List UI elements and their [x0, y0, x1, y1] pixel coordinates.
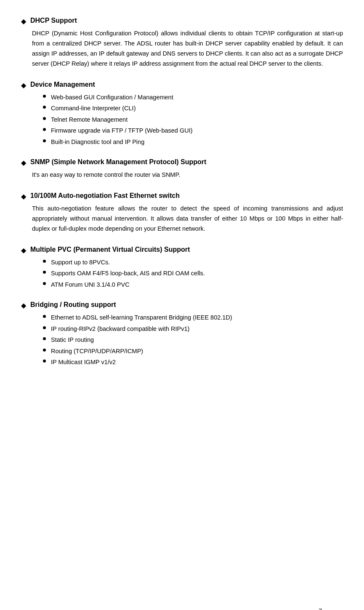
bullet-dot-icon [43, 117, 46, 120]
list-item: Web-based GUI Configuration / Management [43, 93, 343, 102]
list-item: ATM Forum UNI 3.1/4.0 PVC [43, 280, 343, 289]
page-wrapper: ◆ DHCP Support DHCP (Dynamic Host Config… [21, 17, 343, 610]
list-item: Supports OAM F4/F5 loop-back, AIS and RD… [43, 269, 343, 278]
list-item-text: Firmware upgrade via FTP / TFTP (Web-bas… [51, 126, 193, 135]
list-item-text: Command-line Interpreter (CLI) [51, 104, 136, 113]
section-device-management-title: Device Management [30, 81, 95, 88]
bullet-dot-icon [43, 337, 46, 340]
list-item-text: Supports OAM F4/F5 loop-back, AIS and RD… [51, 269, 205, 278]
section-ethernet-header: ◆ 10/100M Auto-negotiation Fast Ethernet… [21, 192, 343, 200]
section-snmp-title: SNMP (Simple Network Management Protocol… [30, 158, 206, 166]
diamond-icon-dhcp: ◆ [21, 17, 26, 25]
bullet-dot-icon [43, 349, 46, 352]
list-item: IP Multicast IGMP v1/v2 [43, 357, 343, 367]
diamond-icon-device-management: ◆ [21, 81, 26, 89]
section-dhcp-body: DHCP (Dynamic Host Configuration Protoco… [32, 29, 343, 69]
bullet-dot-icon [43, 95, 46, 98]
list-item-text: Web-based GUI Configuration / Management [51, 93, 173, 102]
list-item: IP routing-RIPv2 (backward compatible wi… [43, 324, 343, 333]
diamond-icon-ethernet: ◆ [21, 192, 26, 200]
list-item-text: ATM Forum UNI 3.1/4.0 PVC [51, 280, 130, 289]
list-item: Telnet Remote Management [43, 115, 343, 124]
section-pvc-header: ◆ Multiple PVC (Permanent Virtual Circui… [21, 246, 343, 254]
page-number: 7 [319, 607, 322, 610]
diamond-icon-bridging: ◆ [21, 301, 26, 309]
section-snmp: ◆ SNMP (Simple Network Management Protoc… [21, 158, 343, 180]
bullet-dot-icon [43, 326, 46, 329]
bullet-dot-icon [43, 260, 46, 263]
list-item-text: Support up to 8PVCs. [51, 258, 110, 267]
bullet-dot-icon [43, 282, 46, 285]
bullet-dot-icon [43, 106, 46, 109]
section-device-management: ◆ Device Management Web-based GUI Config… [21, 81, 343, 147]
device-management-list: Web-based GUI Configuration / Management… [43, 93, 343, 147]
list-item-text: Routing (TCP/IP/UDP/ARP/ICMP) [51, 346, 143, 356]
section-dhcp: ◆ DHCP Support DHCP (Dynamic Host Config… [21, 17, 343, 69]
section-ethernet-body: This auto-negotiation feature allows the… [32, 204, 343, 234]
list-item: Ethernet to ADSL self-learning Transpare… [43, 313, 343, 322]
list-item: Command-line Interpreter (CLI) [43, 104, 343, 113]
list-item-text: Built-in Diagnostic tool and IP Ping [51, 137, 144, 147]
bullet-dot-icon [43, 128, 46, 131]
section-pvc-title: Multiple PVC (Permanent Virtual Circuits… [30, 246, 190, 253]
section-device-management-header: ◆ Device Management [21, 81, 343, 89]
list-item-text: Telnet Remote Management [51, 115, 128, 124]
list-item-text: Static IP routing [51, 335, 94, 344]
section-ethernet: ◆ 10/100M Auto-negotiation Fast Ethernet… [21, 192, 343, 234]
list-item-text: Ethernet to ADSL self-learning Transpare… [51, 313, 232, 322]
list-item: Firmware upgrade via FTP / TFTP (Web-bas… [43, 126, 343, 135]
list-item-text: IP Multicast IGMP v1/v2 [51, 357, 116, 367]
section-dhcp-header: ◆ DHCP Support [21, 17, 343, 25]
section-pvc: ◆ Multiple PVC (Permanent Virtual Circui… [21, 246, 343, 289]
list-item: Support up to 8PVCs. [43, 258, 343, 267]
bridging-list: Ethernet to ADSL self-learning Transpare… [43, 313, 343, 367]
section-snmp-header: ◆ SNMP (Simple Network Management Protoc… [21, 158, 343, 167]
section-bridging-header: ◆ Bridging / Routing support [21, 301, 343, 309]
pvc-list: Support up to 8PVCs.Supports OAM F4/F5 l… [43, 258, 343, 289]
section-bridging: ◆ Bridging / Routing support Ethernet to… [21, 301, 343, 367]
bullet-dot-icon [43, 360, 46, 362]
section-dhcp-title: DHCP Support [30, 17, 77, 24]
diamond-icon-snmp: ◆ [21, 159, 26, 167]
list-item: Static IP routing [43, 335, 343, 344]
bullet-dot-icon [43, 271, 46, 274]
list-item-text: IP routing-RIPv2 (backward compatible wi… [51, 324, 189, 333]
diamond-icon-pvc: ◆ [21, 246, 26, 254]
bullet-dot-icon [43, 139, 46, 142]
list-item: Built-in Diagnostic tool and IP Ping [43, 137, 343, 147]
list-item: Routing (TCP/IP/UDP/ARP/ICMP) [43, 346, 343, 356]
section-snmp-body: It's an easy way to remote control the r… [32, 170, 343, 180]
section-bridging-title: Bridging / Routing support [30, 301, 116, 309]
bullet-dot-icon [43, 315, 46, 318]
section-ethernet-title: 10/100M Auto-negotiation Fast Ethernet s… [30, 192, 180, 200]
